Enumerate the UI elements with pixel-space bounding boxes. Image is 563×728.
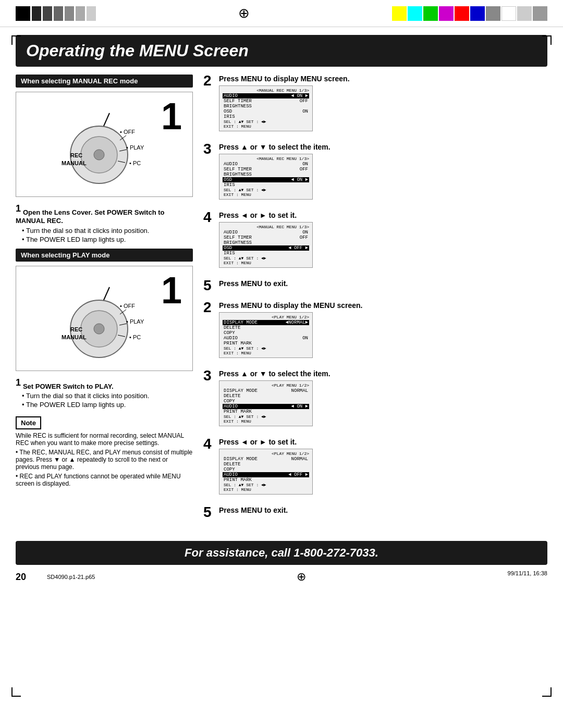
top-center-crosshair: ⊕ — [96, 5, 392, 21]
step1-num: 1 — [16, 203, 21, 214]
color-green — [423, 6, 438, 21]
svg-text:• PC: • PC — [129, 160, 141, 166]
color-white — [501, 6, 516, 21]
play-step1-bullets: Turn the dial so that it clicks into pos… — [16, 392, 193, 409]
manual-rec-dial-box: 1 • OFF • PLAY • PC — [16, 92, 193, 197]
play-step4-num: 4 — [203, 437, 214, 451]
svg-text:REC: REC — [70, 152, 82, 158]
note-label: Note — [16, 416, 41, 429]
color-lightgray — [517, 6, 532, 21]
menu-row-br-4: BRIGHTNESS — [223, 240, 309, 245]
play-step1-num: 1 — [16, 377, 21, 388]
main-content: When selecting MANUAL REC mode 1 • OFF — [0, 67, 563, 536]
footer-right: 99/11/11, 16:38 — [508, 570, 547, 584]
play-step3-num: 3 — [203, 368, 214, 383]
manual-rec-step1: 1 Open the Lens Cover. Set POWER Switch … — [16, 203, 193, 243]
manual-rec-steps: 2 Press MENU to display MENU screen. <MA… — [203, 75, 547, 294]
menu-row-audio-3: AUDIOON — [223, 162, 309, 167]
step4-content: Press ◄ or ► to set it. <MANUAL REC MENU… — [219, 211, 547, 272]
play-mode-steps: 2 Press MENU to display the MENU screen.… — [203, 301, 547, 521]
step2-content: Press MENU to display MENU screen. <MANU… — [219, 75, 547, 135]
stripe-7 — [87, 6, 96, 21]
menu-row-delete-4: DELETE — [223, 462, 309, 467]
color-gray — [486, 6, 500, 21]
play-step3-content: Press ▲ or ▼ to select the item. <PLAY M… — [219, 369, 547, 430]
menu-row-sel: SEL : ▲▼ SET : ◄► — [223, 119, 309, 124]
svg-text:• OFF: • OFF — [120, 303, 135, 309]
corner-tl — [11, 35, 21, 45]
menu-row-dispmode: DISPLAY MODE◄NORMAL► — [223, 320, 309, 325]
note-section: Note While REC is sufficient for normal … — [16, 416, 193, 487]
step1-bullets: Turn the dial so that it clicks into pos… — [16, 227, 193, 243]
manual-rec-step5: 5 Press MENU to exit. — [203, 279, 547, 294]
menu-row-exit-play-3: EXIT : MENU — [223, 419, 309, 424]
menu-row-printmark-4: PRINT MARK — [223, 477, 309, 483]
note-item-3: • REC and PLAY functions cannot be opera… — [16, 473, 193, 487]
play-step4-text: Press ◄ or ► to set it. — [219, 438, 547, 446]
menu-title-play-3: <PLAY MENU 1/2> — [223, 383, 309, 388]
svg-text:MANUAL: MANUAL — [62, 160, 87, 166]
stripe-1 — [16, 6, 30, 21]
color-yellow — [392, 6, 407, 21]
step3-content: Press ▲ or ▼ to select the item. <MANUAL… — [219, 143, 547, 204]
menu-row-printmark: PRINT MARK — [223, 341, 309, 346]
color-red — [455, 6, 469, 21]
menu-row-osd: OSDON — [223, 109, 309, 114]
menu-row-exit-4: EXIT : MENU — [223, 261, 309, 265]
menu-row-sel-play-3: SEL : ▲▼ SET : ◄► — [223, 414, 309, 419]
svg-text:REC: REC — [70, 326, 82, 332]
stripe-2 — [32, 6, 41, 21]
play-step2: 2 Press MENU to display the MENU screen.… — [203, 301, 547, 362]
menu-row-copy: COPY — [223, 330, 309, 336]
corner-br — [542, 687, 552, 697]
corner-tr — [542, 35, 552, 45]
menu-title-4: <MANUAL REC MENU 1/3> — [223, 225, 309, 229]
page-title-bar: Operating the MENU Screen — [16, 35, 547, 67]
play-mode-dial-box: 1 • OFF • PLAY • PC REC MANUAL — [16, 266, 193, 371]
play-step2-num: 2 — [203, 300, 214, 315]
menu-row-copy-3: COPY — [223, 399, 309, 404]
stripe-3 — [43, 6, 52, 21]
manual-rec-step2: 2 Press MENU to display MENU screen. <MA… — [203, 75, 547, 135]
menu-row-copy-4: COPY — [223, 467, 309, 472]
color-blue — [470, 6, 485, 21]
manual-rec-header: When selecting MANUAL REC mode — [16, 75, 193, 88]
menu-row-exit-3: EXIT : MENU — [223, 192, 309, 197]
play-bullet-2: The POWER LED lamp lights up. — [22, 401, 193, 409]
bullet-2: The POWER LED lamp lights up. — [22, 236, 193, 243]
left-column: When selecting MANUAL REC mode 1 • OFF — [16, 75, 193, 528]
right-column: 2 Press MENU to display MENU screen. <MA… — [203, 75, 547, 528]
menu-screen-manual-3: <MANUAL REC MENU 1/3> AUDIOON SELF TIMER… — [219, 154, 313, 200]
color-magenta — [439, 6, 454, 21]
menu-row-printmark-3: PRINT MARK — [223, 409, 309, 414]
dial-diagram-manual: • OFF • PLAY • PC REC MANUAL — [42, 97, 167, 191]
play-step5: 5 Press MENU to exit. — [203, 506, 547, 521]
play-step4: 4 Press ◄ or ► to set it. <PLAY MENU 1/2… — [203, 438, 547, 499]
corner-bl — [11, 687, 21, 697]
play-step5-num: 5 — [203, 505, 214, 520]
step3-text: Press ▲ or ▼ to select the item. — [219, 143, 547, 151]
menu-screen-manual-4: <MANUAL REC MENU 1/3> AUDIOON SELF TIMER… — [219, 222, 313, 268]
menu-row-selftimer: SELF TIMEROFF — [223, 98, 309, 104]
play-step4-content: Press ◄ or ► to set it. <PLAY MENU 1/2> … — [219, 438, 547, 499]
menu-row-iris: IRIS — [223, 114, 309, 119]
step4-text: Press ◄ or ► to set it. — [219, 211, 547, 219]
svg-text:MANUAL: MANUAL — [62, 334, 87, 340]
menu-title: <MANUAL REC MENU 1/3> — [223, 88, 309, 93]
footer: 20 SD4090.p1-21.p65 ⊕ 99/11/11, 16:38 — [0, 567, 563, 586]
menu-screen-manual-2: <MANUAL REC MENU 1/3> AUDIO◄ ON ► SELF T… — [219, 85, 313, 131]
play-step2-content: Press MENU to display the MENU screen. <… — [219, 301, 547, 362]
menu-row-exit-play-4: EXIT : MENU — [223, 487, 309, 492]
menu-screen-play-3: <PLAY MENU 1/2> DISPLAY MODENORMAL DELET… — [219, 380, 313, 426]
page-number: 20 — [16, 572, 26, 583]
note-item-2: • The REC, MANUAL REC, and PLAY menus co… — [16, 449, 193, 471]
manual-rec-step4: 4 Press ◄ or ► to set it. <MANUAL REC ME… — [203, 211, 547, 272]
stripe-4 — [54, 6, 63, 21]
crosshair-icon: ⊕ — [238, 5, 250, 21]
menu-row-audio-play-3: AUDIO◄ ON ► — [223, 404, 309, 409]
menu-title-play-2: <PLAY MENU 1/2> — [223, 315, 309, 319]
menu-row-sel-3: SEL : ▲▼ SET : ◄► — [223, 188, 309, 192]
dial-diagram-play: • OFF • PLAY • PC REC MANUAL — [42, 272, 167, 365]
top-decorative-bar: ⊕ — [0, 0, 563, 27]
menu-row-exit-play: EXIT : MENU — [223, 351, 309, 355]
